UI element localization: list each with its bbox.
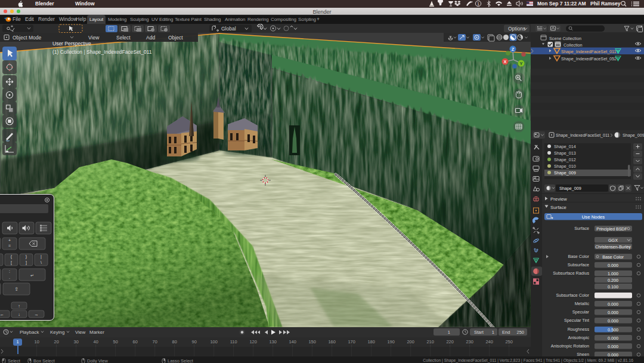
svg-text:0.000: 0.000 bbox=[608, 310, 618, 315]
svg-text:160: 160 bbox=[328, 339, 336, 344]
svg-text:Lasso Select: Lasso Select bbox=[168, 358, 194, 363]
svg-text:Global: Global bbox=[221, 26, 236, 32]
svg-text:Base Color: Base Color bbox=[568, 254, 589, 259]
svg-text:Anisotropic: Anisotropic bbox=[568, 335, 589, 340]
svg-text:Collection | Shape_IndexedFace: Collection | Shape_IndexedFaceSet_011 | … bbox=[423, 358, 633, 363]
svg-text:Subsurface Color: Subsurface Color bbox=[556, 293, 589, 298]
svg-text:Shape_009: Shape_009 bbox=[554, 170, 576, 176]
svg-text:Options: Options bbox=[508, 26, 525, 32]
svg-text:Object: Object bbox=[168, 35, 183, 41]
svg-text:Shape_012: Shape_012 bbox=[554, 157, 576, 162]
svg-text:View: View bbox=[75, 330, 85, 335]
svg-text:Shape_014: Shape_014 bbox=[554, 144, 576, 149]
svg-text:↑: ↑ bbox=[18, 303, 20, 309]
svg-text:Roughness: Roughness bbox=[568, 327, 590, 332]
svg-text:90: 90 bbox=[192, 339, 197, 344]
svg-text:Select: Select bbox=[8, 358, 21, 363]
svg-text:Anisotropic Rotation: Anisotropic Rotation bbox=[551, 343, 589, 349]
svg-text:↓: ↓ bbox=[18, 312, 20, 317]
svg-text:150: 150 bbox=[308, 339, 316, 344]
svg-text:=: = bbox=[8, 244, 11, 248]
svg-text:50: 50 bbox=[113, 339, 118, 344]
svg-text:←: ← bbox=[0, 312, 4, 317]
svg-text:Principled BSDF: Principled BSDF bbox=[596, 227, 627, 232]
svg-text:.: . bbox=[9, 275, 10, 279]
svg-text:]: ] bbox=[26, 260, 27, 265]
svg-text:Base Color: Base Color bbox=[602, 254, 624, 260]
svg-text:0.000: 0.000 bbox=[608, 336, 618, 341]
svg-text:80: 80 bbox=[172, 339, 177, 344]
svg-text:170: 170 bbox=[348, 339, 355, 344]
svg-text:40: 40 bbox=[94, 339, 98, 344]
svg-text:Box Select: Box Select bbox=[33, 358, 55, 363]
svg-text:Scene Collection: Scene Collection bbox=[549, 36, 581, 41]
svg-text:1: 1 bbox=[492, 330, 494, 335]
svg-text:Preview: Preview bbox=[550, 196, 567, 202]
svg-text:130: 130 bbox=[269, 339, 277, 344]
svg-text:250: 250 bbox=[505, 339, 513, 344]
svg-text:Select: Select bbox=[116, 35, 131, 41]
svg-text:Shape_IndexedFaceSet_011: Shape_IndexedFaceSet_011 bbox=[556, 133, 609, 138]
svg-text::: : bbox=[9, 269, 10, 273]
svg-text:End: End bbox=[502, 330, 510, 335]
svg-text:100: 100 bbox=[210, 339, 218, 344]
svg-text:0.000: 0.000 bbox=[608, 344, 618, 349]
svg-text:1: 1 bbox=[477, 2, 479, 6]
svg-text:→: → bbox=[34, 312, 39, 317]
svg-text:|: | bbox=[41, 254, 42, 259]
svg-text:20: 20 bbox=[54, 339, 59, 344]
svg-text:0.500: 0.500 bbox=[608, 327, 618, 333]
svg-text:Metallic: Metallic bbox=[575, 301, 590, 306]
svg-text:Shape_009: Shape_009 bbox=[623, 133, 644, 138]
svg-text:Shape_013: Shape_013 bbox=[554, 150, 576, 156]
svg-text:0.000: 0.000 bbox=[608, 263, 618, 268]
svg-text:190: 190 bbox=[387, 339, 395, 344]
svg-text:210: 210 bbox=[426, 339, 434, 344]
svg-text:Christensen-Burley: Christensen-Burley bbox=[595, 245, 631, 250]
svg-text:Surface: Surface bbox=[550, 205, 566, 210]
svg-text:Start: Start bbox=[474, 330, 484, 335]
svg-text:Shape_IndexedFaceSet_011: Shape_IndexedFaceSet_011 bbox=[561, 49, 617, 54]
svg-text:180: 180 bbox=[367, 339, 375, 344]
svg-text:Z: Z bbox=[512, 47, 515, 52]
svg-text:Use Nodes: Use Nodes bbox=[582, 214, 605, 220]
svg-text:Marker: Marker bbox=[89, 330, 104, 335]
svg-text:\: \ bbox=[41, 260, 42, 264]
svg-text:70: 70 bbox=[153, 339, 157, 344]
svg-text:Surface: Surface bbox=[574, 226, 589, 231]
svg-text:0.000: 0.000 bbox=[608, 302, 618, 307]
svg-text:30: 30 bbox=[74, 339, 79, 344]
svg-text:200: 200 bbox=[407, 339, 414, 344]
svg-text:230: 230 bbox=[466, 339, 473, 344]
svg-text:↵: ↵ bbox=[30, 273, 34, 278]
svg-text:60: 60 bbox=[133, 339, 138, 344]
svg-text:GGX: GGX bbox=[608, 238, 618, 243]
svg-text:1.000: 1.000 bbox=[608, 271, 618, 276]
svg-text:[: [ bbox=[11, 260, 12, 265]
svg-text:220: 220 bbox=[446, 339, 454, 344]
svg-text:250: 250 bbox=[516, 330, 524, 335]
svg-text:240: 240 bbox=[485, 339, 493, 344]
svg-text:1: 1 bbox=[448, 330, 450, 335]
svg-text:Shape_IndexedFaceSet_052: Shape_IndexedFaceSet_052 bbox=[561, 56, 617, 61]
svg-text:Y: Y bbox=[519, 61, 522, 66]
svg-text:0.200: 0.200 bbox=[608, 278, 618, 283]
svg-text:140: 140 bbox=[289, 339, 296, 344]
svg-text:Object Mode: Object Mode bbox=[13, 35, 41, 41]
svg-text:Specular: Specular bbox=[572, 309, 590, 315]
svg-text:+: + bbox=[8, 238, 11, 242]
svg-text:10: 10 bbox=[35, 339, 39, 344]
svg-text:X: X bbox=[503, 59, 506, 64]
svg-text:⇧: ⇧ bbox=[14, 287, 18, 292]
svg-text:Collection: Collection bbox=[564, 42, 583, 48]
svg-text:Subsurface: Subsurface bbox=[568, 262, 589, 267]
svg-text:Playback: Playback bbox=[20, 330, 39, 335]
svg-text:(1) Collection | Shape_Indexed: (1) Collection | Shape_IndexedFaceSet_01… bbox=[52, 49, 152, 55]
svg-text:0.100: 0.100 bbox=[608, 284, 618, 290]
svg-text:View: View bbox=[88, 35, 100, 41]
svg-text:120: 120 bbox=[249, 339, 257, 344]
svg-text:0.000: 0.000 bbox=[608, 318, 618, 324]
svg-text:Shape_009: Shape_009 bbox=[559, 186, 581, 191]
svg-text:Keying: Keying bbox=[50, 330, 64, 335]
svg-text:Dolly View: Dolly View bbox=[87, 358, 108, 363]
